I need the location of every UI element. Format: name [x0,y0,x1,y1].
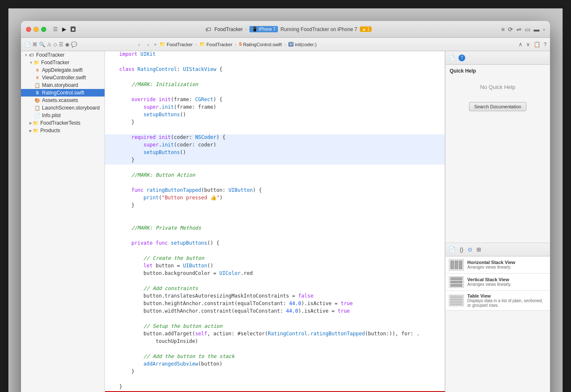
code-content: button.heightAnchor.constraint(equalToCo… [119,301,443,308]
sidebar-item-mainstoryboard[interactable]: 📋 Main.storyboard [21,81,105,89]
layout1-icon[interactable]: ▭ [525,26,530,33]
sidebar-item-foodtracker-project[interactable]: ▼ 🏷 FoodTracker [21,51,105,59]
code-content [119,217,443,225]
code-content: // Setup the button action [119,323,443,331]
code-line: private func setupButtons() { [105,240,445,248]
layout2-icon[interactable]: ▬ [534,26,540,33]
sidebar-item-appdelegate[interactable]: S AppDelegate.swift [21,66,105,74]
maximize-button[interactable] [41,27,46,32]
breadcrumb-file-label: RatingControl.swift [243,42,282,47]
component-tableview[interactable]: Table View Displays data in a list of pl… [445,291,550,311]
breadcrumb-method[interactable]: M init(coder:) [288,42,317,47]
hierarchy-icon[interactable]: ⌘ [32,42,37,47]
code-line: button.backgroundColor = UIColor.red [105,270,445,278]
vstack-bar3 [451,284,462,287]
search-documentation-button[interactable]: Search Documentation [469,102,527,111]
code-content [119,346,443,353]
git-icon[interactable]: ◇ [53,42,57,47]
nav-down-icon[interactable]: ∨ [526,41,530,47]
scheme-icon[interactable]: ☰ [53,26,58,32]
right-panel-icon[interactable]: 📋 [534,41,540,47]
tv-row4 [450,303,463,305]
code-content [119,59,443,66]
device-name: iPhone 7 [259,27,275,31]
code-content: super.init(frame: frame) [119,104,443,112]
swift-icon: S [34,67,40,73]
code-line [105,248,445,255]
stop-button[interactable]: ■ [71,26,76,32]
sidebar-item-infoplist[interactable]: 📄 Info.plist [21,112,105,119]
component-hstack[interactable]: Horizontal Stack View Arranges views lin… [445,256,550,274]
sidebar-item-ratingcontrol[interactable]: S RatingControl.swift [21,89,105,97]
code-line: button.translatesAutoresizingMaskIntoCon… [105,293,445,301]
nav-left-btn[interactable]: ‹ [135,41,143,48]
split-icon[interactable]: ⇌ [516,26,521,33]
run-button[interactable]: ▶ [62,26,66,32]
line-num [107,368,119,376]
code-line: super.init(frame: frame) [105,104,445,112]
swift-icon3: S [34,90,40,96]
nav-right-btn[interactable]: › [144,41,152,48]
breakpoint-icon[interactable]: ◉ [65,42,69,47]
sidebar-item-launchscreen[interactable]: 📋 LaunchScreen.storyboard [21,104,105,112]
vstack-bar1 [451,277,462,280]
help-icon[interactable]: ? [458,55,465,61]
layout3-icon[interactable]: ▫ [543,26,545,33]
tv-row3 [450,301,463,303]
code-editor[interactable]: import UIKit class RatingControl: UIStac… [105,51,445,391]
code-line: print("Button pressed 👍") [105,195,445,202]
code-line: class RatingControl: UIStackView { [105,66,445,74]
close-button[interactable] [26,27,31,32]
line-num [107,308,119,316]
sidebar-item-foodtrackertests[interactable]: ▶ 📁 FoodTrackerTests [21,119,105,127]
component-vstack[interactable]: Vertical Stack View Arranges views linea… [445,274,550,291]
sidebar-item-products[interactable]: ▶ 📁 Products [21,127,105,134]
line-num [107,255,119,263]
inspector-file-icon[interactable]: 📄 [449,246,456,253]
code-content [119,316,443,323]
inspector-braces-icon[interactable]: {} [460,246,464,253]
breadcrumb-file[interactable]: S RatingControl.swift [239,42,282,47]
inspector-square-icon[interactable]: ⊞ [477,246,481,253]
collapse-icon: ▼ [24,53,28,57]
toolbar-row: 📄 ⌘ 🔍 ⚠ ◇ ☰ ◉ 💬 ‹ › ▸ 📁 FoodTracker [21,38,550,51]
inspector-circle-icon[interactable]: ⊙ [468,246,472,253]
file-inspector-icon[interactable]: 📄 [449,55,455,61]
code-line: } [105,119,445,127]
question-icon[interactable]: ? [544,41,547,47]
quick-help-section: 📄 ? Quick Help No Quick Help Search Docu… [445,51,550,115]
code-content [119,248,443,255]
menu-icon[interactable]: ≡ [501,26,505,33]
code-line-highlighted: super.init(coder: coder) [105,142,445,149]
sidebar: ▼ 🏷 FoodTracker ▼ 📁 FoodTracker S AppDel… [21,51,105,392]
breadcrumb-foodtracker[interactable]: 📁 FoodTracker [160,42,193,47]
code-line: //MARK: Initialization [105,81,445,89]
sidebar-item-assets[interactable]: 🎨 Assets.xcassets [21,97,105,104]
warning-icon[interactable]: ⚠ [47,42,52,47]
code-line [105,376,445,384]
line-num [107,104,119,112]
minimize-button[interactable] [34,27,39,32]
refresh-icon[interactable]: ⟳ [508,26,513,33]
search-icon[interactable]: 🔍 [39,42,45,47]
code-content [119,165,443,172]
report-icon[interactable]: 💬 [71,42,77,47]
line-num [107,353,119,361]
code-line: // Setup the button action [105,323,445,331]
file-icon[interactable]: 📄 [24,42,31,47]
running-status: Running FoodTracker on iPhone 7 [280,26,357,32]
code-line: //MARK: Private Methods [105,225,445,233]
bc-sep2: › [195,42,197,47]
debug-icon[interactable]: ☰ [59,42,63,47]
sidebar-item-viewcontroller[interactable]: S ViewController.swift [21,74,105,81]
breadcrumb-folder[interactable]: 📁 FoodTracker [199,42,233,47]
sidebar-main-label: Main.storyboard [42,82,78,88]
nav-up-icon[interactable]: ∧ [519,41,523,47]
tableview-name: Table View [467,293,547,298]
line-num [107,202,119,210]
hstack-info: Horizontal Stack View Arranges views lin… [467,260,547,269]
code-line: let button = UIButton() [105,263,445,270]
code-line: addArrangedSubview(button) [105,361,445,368]
code-content [119,89,443,97]
sidebar-item-foodtracker-folder[interactable]: ▼ 📁 FoodTracker [21,59,105,66]
